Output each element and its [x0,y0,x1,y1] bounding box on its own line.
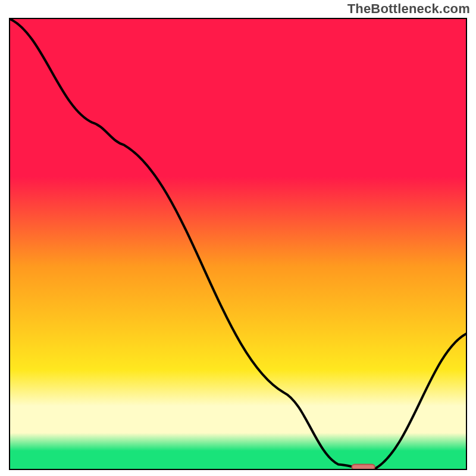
watermark-text: TheBottleneck.com [347,1,470,17]
optimum-marker [352,464,375,469]
curve-layer [10,19,466,469]
plot-area [9,18,467,470]
bottleneck-curve [10,19,466,469]
chart-stage: TheBottleneck.com [0,0,476,476]
